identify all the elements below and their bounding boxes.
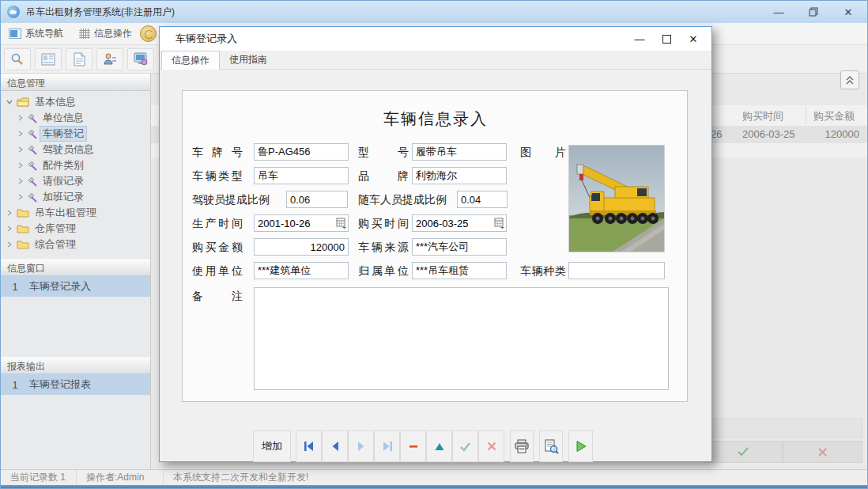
- next-record-icon: [356, 441, 367, 452]
- tree-item-vehicle-reg[interactable]: 车辆登记: [1, 126, 150, 142]
- production-date-picker: [254, 214, 349, 232]
- dialog-minimize-button[interactable]: —: [626, 28, 653, 50]
- label-plate: 车牌号: [192, 143, 243, 161]
- plate-input[interactable]: [254, 143, 349, 161]
- monitor-button[interactable]: [127, 48, 154, 70]
- label-driver-ratio: 驾驶员提成比例: [192, 191, 270, 208]
- background-record-buttons: [703, 441, 862, 463]
- sidebar: 信息管理 基本信息 单位信息 车辆登记 驾驶员信息: [1, 74, 151, 469]
- print-button[interactable]: [510, 430, 534, 462]
- dialog-close-button[interactable]: ✕: [680, 28, 707, 50]
- tree-folder-label: 仓库管理: [32, 222, 78, 236]
- edit-record-button[interactable]: [426, 430, 452, 462]
- cancel-button[interactable]: [783, 441, 862, 463]
- run-button[interactable]: [568, 430, 593, 462]
- tree-item-overtime-records[interactable]: 加班记录: [1, 189, 150, 205]
- brand-input[interactable]: [412, 167, 507, 184]
- tree-item-driver-info[interactable]: 驾驶员信息: [1, 142, 150, 157]
- production-date-input[interactable]: [255, 215, 334, 231]
- calendar-dropdown-icon[interactable]: [334, 215, 348, 231]
- tree-folder-label: 综合管理: [32, 237, 78, 252]
- window-bottom-edge: [1, 485, 868, 489]
- main-window: 吊车出租财务管理系统(非注册用户) — ✕ 系统导航 信息操作: [0, 0, 868, 489]
- purchase-date-picker: [412, 214, 507, 232]
- tree-folder-warehouse[interactable]: 仓库管理: [1, 221, 150, 237]
- app-title: 吊车出租财务管理系统(非注册用户): [26, 6, 175, 19]
- cancel-record-icon: [487, 442, 496, 451]
- coin-icon[interactable]: [140, 25, 157, 42]
- label-owner-unit: 归属单位: [358, 262, 409, 279]
- dialog-tab-guide[interactable]: 使用指南: [220, 51, 277, 69]
- owner-unit-input[interactable]: [412, 262, 507, 279]
- purchase-date-input[interactable]: [413, 215, 492, 231]
- cancel-record-button[interactable]: [478, 430, 504, 462]
- vehicle-photo[interactable]: [568, 145, 665, 252]
- last-record-button[interactable]: [374, 430, 400, 462]
- delete-record-button[interactable]: [400, 430, 426, 462]
- tab-system-nav[interactable]: 系统导航: [1, 24, 71, 44]
- tree-item-parts-category[interactable]: 配件类别: [1, 157, 150, 173]
- close-button[interactable]: ✕: [831, 1, 866, 23]
- post-record-button[interactable]: [452, 430, 478, 462]
- minimize-button[interactable]: —: [761, 1, 796, 23]
- driver-ratio-input[interactable]: [286, 191, 348, 208]
- calendar-dropdown-icon[interactable]: [492, 215, 506, 231]
- tab-info-operation-label: 信息操作: [94, 27, 132, 40]
- grid-col-buy-amount[interactable]: 购买金额: [813, 109, 855, 123]
- dialog-maximize-button[interactable]: [653, 28, 680, 50]
- tree-folder-crane-rental[interactable]: 吊车出租管理: [1, 205, 150, 221]
- chevron-right-icon: [17, 115, 25, 121]
- category-input[interactable]: [568, 262, 665, 279]
- use-unit-input[interactable]: [254, 262, 349, 279]
- tree-item-unit-info[interactable]: 单位信息: [1, 110, 150, 126]
- restore-button[interactable]: [796, 1, 831, 23]
- tab-info-operation[interactable]: 信息操作: [71, 24, 140, 44]
- personnel-icon: [103, 52, 117, 66]
- folder-icon: [17, 240, 29, 249]
- info-window-item[interactable]: 1 车辆登记录入: [1, 276, 150, 297]
- tree-node-basic-info[interactable]: 基本信息: [1, 94, 150, 110]
- print-preview-icon: [544, 439, 559, 454]
- tool-icon: [27, 129, 37, 139]
- collapse-panel-button[interactable]: [840, 70, 859, 89]
- tool-icon: [27, 113, 37, 123]
- grid-cell-amount: 120000: [825, 128, 859, 140]
- report-item-index: 1: [1, 379, 29, 391]
- prior-record-button[interactable]: [322, 430, 348, 462]
- add-button[interactable]: 增加: [253, 430, 291, 462]
- vehicle-source-input[interactable]: [412, 238, 507, 256]
- dialog-tab-strip: 信息操作 使用指南: [160, 51, 711, 70]
- print-preview-button[interactable]: [539, 430, 563, 462]
- dialog-tab-info-operation[interactable]: 信息操作: [161, 51, 220, 70]
- maximize-icon: [662, 35, 671, 44]
- crew-ratio-input[interactable]: [457, 191, 508, 208]
- grid-col-buy-date[interactable]: 购买时间: [742, 109, 783, 123]
- dialog-title: 车辆登记录入: [175, 32, 237, 46]
- document-button[interactable]: [66, 48, 92, 70]
- monitor-icon: [134, 52, 148, 66]
- report-item[interactable]: 1 车辆登记报表: [1, 374, 150, 395]
- search-button[interactable]: [4, 48, 31, 70]
- chevron-right-icon: [17, 162, 25, 169]
- post-button[interactable]: [703, 441, 783, 463]
- run-icon: [575, 440, 587, 453]
- first-record-button[interactable]: [296, 430, 322, 462]
- chevron-right-icon: [17, 194, 25, 200]
- form-title: 车辆信息录入: [183, 108, 689, 130]
- nav-panel-icon: [9, 28, 21, 39]
- tree-item-label: 驾驶员信息: [40, 142, 96, 157]
- vehicle-entry-dialog: 车辆登记录入 — ✕ 信息操作 使用指南 车辆信息录入 车牌号 型号 图片: [159, 26, 712, 462]
- grid-col-divider: [806, 107, 806, 124]
- next-record-button[interactable]: [348, 430, 374, 462]
- vehicle-type-input[interactable]: [254, 167, 349, 184]
- purchase-amount-input[interactable]: [254, 238, 349, 256]
- status-bar: 当前记录数 1 操作者:Admin 本系统支持二次开发和全新开发!: [1, 469, 868, 485]
- tree-item-leave-records[interactable]: 请假记录: [1, 173, 150, 189]
- delete-record-icon: [408, 441, 419, 452]
- personnel-button[interactable]: [96, 48, 123, 70]
- tree-folder-comprehensive[interactable]: 综合管理: [1, 237, 150, 252]
- model-input[interactable]: [412, 143, 507, 161]
- x-icon: [818, 448, 827, 457]
- info-card-button[interactable]: [35, 48, 62, 70]
- remark-textarea[interactable]: [254, 287, 669, 390]
